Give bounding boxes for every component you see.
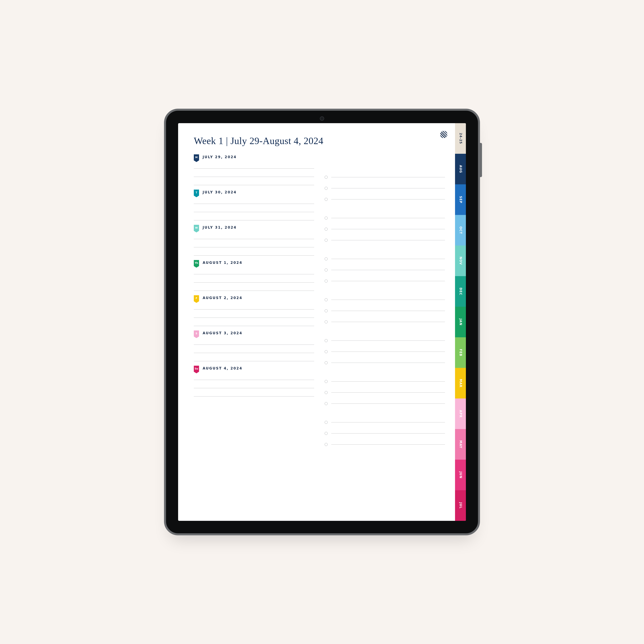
screen: Week 1 | July 29-August 4, 2024 MJULY 29… [178,123,466,521]
checkbox-icon[interactable] [325,298,328,301]
checkbox-icon[interactable] [325,176,328,179]
writing-line[interactable] [331,363,445,363]
tab-sep[interactable]: SEP [455,184,466,215]
checkbox-icon[interactable] [325,198,328,201]
checkbox-icon[interactable] [325,443,328,446]
checkbox-icon[interactable] [325,391,328,394]
writing-line[interactable] [194,309,314,310]
checkbox-icon[interactable] [325,239,328,242]
tab-24-25[interactable]: 24-25 [455,123,466,154]
day-header: WJULY 31, 2024 [194,225,314,231]
tab-jun[interactable]: JUN [455,460,466,490]
checkbox-icon[interactable] [325,350,328,353]
planner-page: Week 1 | July 29-August 4, 2024 MJULY 29… [178,123,455,521]
day-header: TJULY 30, 2024 [194,190,314,196]
writing-line[interactable] [194,380,314,380]
writing-line[interactable] [194,255,314,256]
writing-line[interactable] [331,259,445,259]
writing-line[interactable] [331,392,445,393]
day-block: ThAUGUST 1, 2024 [194,260,314,291]
checklist-group [325,217,445,242]
day-date: JULY 29, 2024 [203,155,237,159]
front-camera [320,116,324,121]
checklist-line[interactable] [325,257,445,260]
columns: MJULY 29, 2024TJULY 30, 2024WJULY 31, 20… [194,152,445,505]
day-flag-icon: M [194,154,199,160]
side-tabs: 24-25AUGSEPOCTNOVDECJANFEBMARAPRMAYJUNJU… [455,123,466,521]
day-header: ThAUGUST 1, 2024 [194,260,314,266]
tab-aug[interactable]: AUG [455,154,466,184]
checklist-line[interactable] [325,339,445,342]
checkbox-icon[interactable] [325,309,328,312]
checklist-line[interactable] [325,391,445,394]
day-block: TJULY 30, 2024 [194,190,314,220]
writing-line[interactable] [194,282,314,283]
tab-jan[interactable]: JAN [455,307,466,337]
checklist-line[interactable] [325,361,445,364]
writing-line[interactable] [331,300,445,300]
writing-line[interactable] [331,381,445,382]
tab-may[interactable]: MAY [455,429,466,460]
checkbox-icon[interactable] [325,432,328,435]
checklist-group [325,176,445,201]
writing-line[interactable] [194,168,314,169]
writing-line[interactable] [194,326,314,326]
checklist-line[interactable] [325,187,445,190]
checkbox-icon[interactable] [325,187,328,190]
writing-line[interactable] [331,240,445,240]
writing-line[interactable] [331,444,445,445]
writing-line[interactable] [331,322,445,322]
day-date: JULY 31, 2024 [203,226,237,229]
checkbox-icon[interactable] [325,217,328,220]
checklist-line[interactable] [325,176,445,179]
checklist-line[interactable] [325,280,445,283]
tab-apr[interactable]: APR [455,398,466,429]
checklist-line[interactable] [325,198,445,201]
checklist-line[interactable] [325,217,445,220]
checkbox-icon[interactable] [325,268,328,271]
checklist-group [325,421,445,446]
day-date: AUGUST 4, 2024 [203,367,242,370]
tab-feb[interactable]: FEB [455,337,466,368]
checklist-line[interactable] [325,298,445,301]
checkbox-icon[interactable] [325,280,328,283]
checkbox-icon[interactable] [325,380,328,383]
checkbox-icon[interactable] [325,339,328,342]
writing-line[interactable] [194,388,314,388]
checklist-line[interactable] [325,268,445,271]
day-header: SAUGUST 3, 2024 [194,330,314,336]
checklist-line[interactable] [325,380,445,383]
checklist-line[interactable] [325,443,445,446]
checklist-line[interactable] [325,421,445,424]
checklist-line[interactable] [325,350,445,353]
checkbox-icon[interactable] [325,361,328,364]
checkbox-icon[interactable] [325,257,328,260]
writing-line[interactable] [194,274,314,274]
tab-dec[interactable]: DEC [455,276,466,307]
tab-oct[interactable]: OCT [455,215,466,246]
writing-line[interactable] [331,229,445,229]
checklist-line[interactable] [325,402,445,405]
checklist-line[interactable] [325,309,445,312]
left-column: MJULY 29, 2024TJULY 30, 2024WJULY 31, 20… [194,152,314,505]
checkbox-icon[interactable] [325,320,328,323]
checklist-group [325,257,445,283]
writing-line[interactable] [331,177,445,177]
checkbox-icon[interactable] [325,402,328,405]
writing-line[interactable] [194,177,314,177]
checklist-line[interactable] [325,432,445,435]
checklist-line[interactable] [325,239,445,242]
checkbox-icon[interactable] [325,421,328,424]
tab-nov[interactable]: NOV [455,246,466,276]
tab-mar[interactable]: MAR [455,368,466,398]
writing-line[interactable] [194,204,314,204]
writing-line[interactable] [194,247,314,247]
writing-line[interactable] [194,353,314,353]
writing-line[interactable] [194,361,314,361]
checklist-line[interactable] [325,228,445,231]
checkbox-icon[interactable] [325,228,328,231]
writing-line[interactable] [331,311,445,311]
checklist-line[interactable] [325,320,445,323]
tab-jul[interactable]: JUL [455,490,466,521]
day-header: FAUGUST 2, 2024 [194,295,314,301]
